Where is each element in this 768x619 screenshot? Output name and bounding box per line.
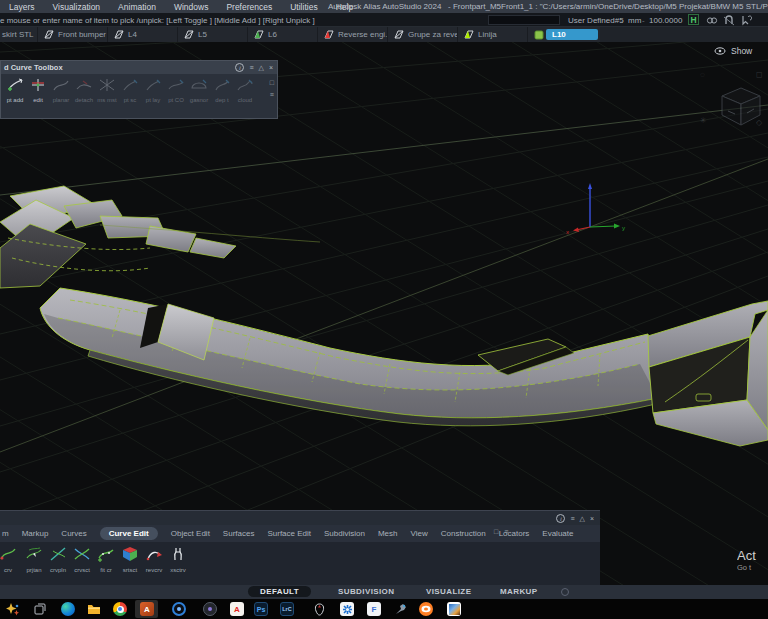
shelf-tab-construction[interactable]: Construction xyxy=(441,529,486,538)
taskbar-icon-task-view[interactable] xyxy=(33,602,47,616)
menu-windows[interactable]: Windows xyxy=(165,2,217,12)
shelf-tool-srtsct[interactable]: srtsct xyxy=(118,546,142,573)
mode-subdivision[interactable]: SUBDIVISION xyxy=(338,587,394,596)
mode-options-icon[interactable] xyxy=(561,588,569,596)
layer-tab-l5[interactable]: L5 xyxy=(178,27,248,42)
tool-pt-sc[interactable]: pt sc xyxy=(119,78,141,103)
shelf-window[interactable]: i ≡ △ × m Markup Curves Curve Edit Objec… xyxy=(0,510,600,585)
shelf-tab-markup[interactable]: Markup xyxy=(22,529,49,538)
view-cube[interactable] xyxy=(718,84,764,130)
layer-tab-l4[interactable]: L4 xyxy=(108,27,178,42)
layer-tab-skirt-stl[interactable]: skirt STL xyxy=(0,27,38,42)
collapse-icon[interactable]: △ xyxy=(259,63,264,72)
lock-icon[interactable]: ◻ xyxy=(756,70,763,79)
tool-dep-t[interactable]: dep t xyxy=(211,78,233,103)
shelf-box-icon[interactable]: □ xyxy=(494,528,498,536)
info-icon[interactable]: i xyxy=(235,63,244,72)
shelf-tool-xsctrv[interactable]: xsctrv xyxy=(166,546,190,573)
mode-visualize[interactable]: VISUALIZE xyxy=(426,587,471,596)
taskbar-icon-alienware[interactable] xyxy=(312,602,326,616)
link-icon[interactable] xyxy=(706,15,718,26)
taskbar-icon-lightroom[interactable]: LrC xyxy=(280,602,294,616)
tool-ms-mst[interactable]: ms mst xyxy=(96,78,118,103)
taskbar-icon-alias[interactable]: A xyxy=(140,602,154,616)
tool-planar[interactable]: planar xyxy=(50,78,72,103)
taskbar-icon-chrome[interactable] xyxy=(113,602,127,616)
tool-cloud[interactable]: cloud xyxy=(234,78,256,103)
shelf-tab-object-edit[interactable]: Object Edit xyxy=(171,529,210,538)
taskbar-icon-adobe[interactable]: A xyxy=(230,602,244,616)
taskbar-icon-file-explorer[interactable] xyxy=(87,602,101,616)
menu-icon[interactable]: ≡ xyxy=(249,63,253,72)
taskbar-icon-photos[interactable] xyxy=(447,602,461,616)
snap-toggle[interactable]: H xyxy=(688,14,699,25)
close-icon[interactable]: × xyxy=(590,514,594,523)
tool-detach[interactable]: detach xyxy=(73,78,95,103)
mode-markup[interactable]: MARKUP xyxy=(500,587,538,596)
taskbar-icon-blender[interactable] xyxy=(419,602,433,616)
taskbar-icon-copilot[interactable] xyxy=(5,602,19,616)
taskbar-icon-flower-app[interactable] xyxy=(340,602,354,616)
palette-box-icon[interactable]: □ xyxy=(270,79,274,87)
shelf-tab-surfaces[interactable]: Surfaces xyxy=(223,529,255,538)
shelf-tool-fit-cr[interactable]: fit cr xyxy=(94,546,118,573)
coordinate-system-label[interactable]: User Defined#5 xyxy=(568,16,624,25)
shelf-tool-crvpln[interactable]: crvpln xyxy=(46,546,70,573)
shelf-tab-subdivision[interactable]: Subdivision xyxy=(324,529,365,538)
taskbar-icon-ring-app[interactable] xyxy=(172,602,186,616)
layer-tab-reverse[interactable]: Reverse engi... xyxy=(318,27,388,42)
layer-tab-l10-name-field[interactable]: L10 xyxy=(546,29,598,40)
shelf-tab-surface-edit[interactable]: Surface Edit xyxy=(267,529,311,538)
curve-toolbox-titlebar[interactable]: d Curve Toolbox i ≡ △ × xyxy=(1,61,277,74)
taskbar-icon-photoshop[interactable]: Ps xyxy=(254,602,268,616)
menu-animation[interactable]: Animation xyxy=(109,2,165,12)
shelf-lines-icon[interactable]: ≡ xyxy=(504,528,508,536)
taskbar-icon-camera-app[interactable] xyxy=(203,602,217,616)
layer-tab-front-bumper[interactable]: Front bumper xyxy=(38,27,108,42)
info-icon[interactable]: i xyxy=(556,514,565,523)
collapse-icon[interactable]: △ xyxy=(580,514,585,523)
scale-value[interactable]: 100.0000 xyxy=(649,16,682,25)
palette-lines-icon[interactable]: ≡ xyxy=(270,91,274,99)
close-icon[interactable]: × xyxy=(269,63,273,72)
mode-default[interactable]: DEFAULT xyxy=(248,586,311,597)
snap-icon[interactable]: ✳ xyxy=(700,116,707,125)
taskbar-icon-tool-app[interactable] xyxy=(393,602,407,616)
show-menu[interactable]: Show xyxy=(714,46,752,56)
shelf-tool-crvsct[interactable]: crvsct xyxy=(70,546,94,573)
shelf-tab-mesh[interactable]: Mesh xyxy=(378,529,398,538)
shelf-tab-curves[interactable]: Curves xyxy=(61,529,86,538)
taskbar-icon-edge[interactable] xyxy=(61,602,75,616)
pick-cursor-icon[interactable] xyxy=(740,15,752,26)
tool-gasnor[interactable]: gasnor xyxy=(188,78,210,103)
fit-cr-icon xyxy=(97,546,115,562)
prompt-input[interactable] xyxy=(488,15,560,25)
shelf-titlebar[interactable]: i ≡ △ × xyxy=(0,511,600,525)
layer-tab-linija[interactable]: Linija xyxy=(458,27,528,42)
shelf-tool-revcrv[interactable]: revcrv xyxy=(142,546,166,573)
tool-edit[interactable]: edit xyxy=(27,78,49,103)
magnet-icon[interactable] xyxy=(723,15,735,26)
shelf-tab-evaluate[interactable]: Evaluate xyxy=(542,529,573,538)
tool-pt-add[interactable]: pt add xyxy=(4,78,26,103)
bulb-icon[interactable]: ◌ xyxy=(700,70,705,79)
menu-layers[interactable]: Layers xyxy=(0,2,44,12)
layer-tab-l6[interactable]: L6 xyxy=(248,27,318,42)
tool-pt-lay[interactable]: pt lay xyxy=(142,78,164,103)
menu-utilities[interactable]: Utilities xyxy=(281,2,326,12)
tool-pt-co[interactable]: pt CO xyxy=(165,78,187,103)
shelf-tab-curve-edit[interactable]: Curve Edit xyxy=(100,527,158,540)
units-label[interactable]: mm xyxy=(628,16,641,25)
shelf-tab-transform[interactable]: m xyxy=(2,529,9,538)
layer-tab-grupe[interactable]: Grupe za reve... xyxy=(388,27,458,42)
menu-preferences[interactable]: Preferences xyxy=(217,2,281,12)
shelf-tab-view[interactable]: View xyxy=(411,529,428,538)
taskbar-icon-f-app[interactable]: F xyxy=(367,602,381,616)
menu-bar: Layers Visualization Animation Windows P… xyxy=(0,0,768,13)
curve-toolbox-palette[interactable]: d Curve Toolbox i ≡ △ × pt add edit plan… xyxy=(0,60,278,119)
menu-visualization[interactable]: Visualization xyxy=(44,2,110,12)
menu-icon[interactable]: ≡ xyxy=(570,514,574,523)
shelf-tool-prjtan[interactable]: prjtan xyxy=(22,546,46,573)
alias-autostudio-window: Layers Visualization Animation Windows P… xyxy=(0,0,768,619)
shelf-tool-crv[interactable]: crv xyxy=(0,546,20,573)
